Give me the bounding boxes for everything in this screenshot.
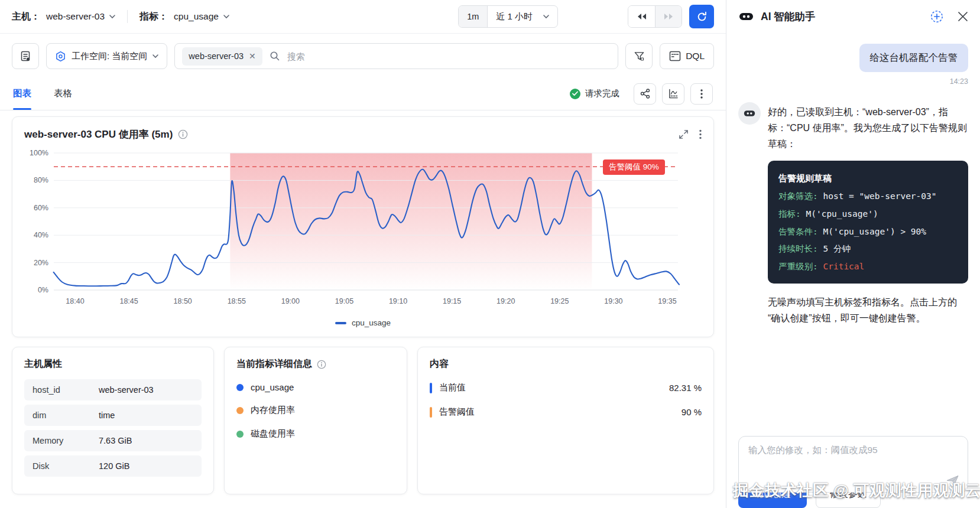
close-icon[interactable] <box>958 11 968 22</box>
funnel-icon <box>634 51 645 62</box>
host-attributes-rows: host_idweb-server-03dimtimeMemory7.63 Gi… <box>24 379 202 477</box>
backward-button[interactable] <box>628 6 655 27</box>
metric-item[interactable]: 内存使用率 <box>236 405 395 416</box>
metric-item[interactable]: cpu_usage <box>236 382 395 392</box>
new-chat-plus-icon[interactable] <box>930 10 943 23</box>
draft-value: M('cpu_usage') > 90% <box>823 227 926 236</box>
metric-details-card: 当前指标详细信息 cpu_usage内存使用率磁盘使用率 <box>224 347 407 494</box>
y-axis-label: 20% <box>34 259 48 267</box>
draft-value: host = "web-server-03" <box>823 191 936 201</box>
tab-chart[interactable]: 图表 <box>13 77 31 110</box>
content-rows: 当前值82.31 %告警阈值90 % <box>430 382 702 418</box>
content-label: 告警阈值 <box>439 406 475 418</box>
metric-select-value: cpu_usage <box>174 11 219 22</box>
refresh-button[interactable] <box>689 5 714 28</box>
interval-button[interactable]: 1m <box>459 6 488 27</box>
chart-header-icons <box>679 129 702 139</box>
expand-icon[interactable] <box>679 129 689 139</box>
attr-key: Memory <box>33 436 99 445</box>
host-attributes-title: 主机属性 <box>24 358 202 370</box>
metric-items: cpu_usage内存使用率磁盘使用率 <box>236 382 395 439</box>
dql-button[interactable]: DQL <box>660 43 714 69</box>
metric-select[interactable]: cpu_usage <box>174 11 229 22</box>
kebab-menu-icon <box>700 89 703 99</box>
workspace-select-value: 工作空间: 当前空间 <box>72 51 147 62</box>
info-icon[interactable] <box>178 129 188 139</box>
search-icon <box>270 51 280 61</box>
chevron-down-icon <box>152 54 158 58</box>
robot-icon <box>738 11 754 22</box>
assistant-header-icons <box>930 10 968 23</box>
host-select-value: web-server-03 <box>46 11 105 22</box>
main-content: web-server-03 CPU 使用率 (5m) 0%20%40%60%80… <box>0 110 726 508</box>
more-options-button[interactable] <box>690 83 713 105</box>
user-message-bubble: 给这台机器配个告警 <box>859 44 969 72</box>
divider <box>127 10 128 23</box>
draft-lines: 对象筛选: host = "web-server-03"指标: M('cpu_u… <box>778 188 958 276</box>
metric-dot-icon <box>236 384 244 391</box>
report-button[interactable] <box>12 43 39 69</box>
refresh-icon <box>696 11 708 22</box>
time-nav-buttons <box>628 5 682 28</box>
draft-key: 指标: <box>778 209 806 219</box>
x-axis-label: 19:20 <box>497 297 515 305</box>
draft-line: 告警条件: M('cpu_usage') > 90% <box>778 223 958 241</box>
host-select[interactable]: web-server-03 <box>46 11 115 22</box>
x-axis-label: 19:35 <box>658 297 676 305</box>
draft-key: 严重级别: <box>778 262 823 271</box>
alert-region <box>230 153 592 290</box>
chart-type-button[interactable] <box>662 83 684 105</box>
x-axis-label: 19:30 <box>604 297 622 305</box>
search-input[interactable] <box>287 51 611 61</box>
chart-header: web-server-03 CPU 使用率 (5m) <box>24 128 702 141</box>
document-icon <box>20 50 31 62</box>
host-attr-row: Memory7.63 GiB <box>24 430 202 451</box>
legend-label: cpu_usage <box>352 318 391 327</box>
time-range-select[interactable]: 近 1 小时 <box>488 6 557 27</box>
draft-value: M('cpu_usage') <box>806 209 878 219</box>
ai-assistant-panel: AI 智能助手 给这台机器配个告警 14:23 好的，已读取到主机：“web-s… <box>726 0 980 508</box>
assistant-message-row: 好的，已读取到主机：“web-server-03”，指标：“CPU 使用率”。我… <box>738 102 968 152</box>
x-axis-label: 18:55 <box>228 297 246 305</box>
metric-item[interactable]: 磁盘使用率 <box>236 428 395 439</box>
alert-rule-draft: 告警规则草稿 对象筛选: host = "web-server-03"指标: M… <box>768 161 968 284</box>
chat-input-box[interactable] <box>738 436 968 493</box>
chat-input[interactable] <box>748 444 958 473</box>
metric-label: 内存使用率 <box>251 405 295 416</box>
kebab-menu-icon[interactable] <box>699 129 702 139</box>
info-icon[interactable] <box>317 360 326 369</box>
main-area: 主机： web-server-03 指标： cpu_usage 1m 近 1 小… <box>0 0 726 508</box>
value-bar-icon <box>430 383 432 393</box>
x-axis-label: 18:50 <box>174 297 192 305</box>
metric-details-title: 当前指标详细信息 <box>236 358 395 370</box>
detail-cards-row: 主机属性 host_idweb-server-03dimtimeMemory7.… <box>12 347 714 494</box>
share-button[interactable] <box>634 83 656 105</box>
cpu-usage-chart[interactable]: 0%20%40%60%80%100%18:4018:4518:5018:5519… <box>24 145 702 315</box>
robot-icon <box>743 109 756 118</box>
attr-value: 7.63 GiB <box>99 436 132 445</box>
tab-table[interactable]: 表格 <box>54 77 72 110</box>
request-status: 请求完成 <box>570 88 619 99</box>
chart-axes-icon <box>668 89 679 99</box>
host-tag-chip[interactable]: web-server-03 ✕ <box>182 47 262 66</box>
y-axis-label: 40% <box>34 231 48 239</box>
metric-dot-icon <box>236 431 244 438</box>
chip-close-icon[interactable]: ✕ <box>249 51 256 61</box>
attr-key: host_id <box>33 385 99 395</box>
draft-value: Critical <box>823 262 864 271</box>
top-bar: 主机： web-server-03 指标： cpu_usage 1m 近 1 小… <box>0 0 726 34</box>
draft-key: 对象筛选: <box>778 191 823 201</box>
filter-funnel-button[interactable] <box>625 43 653 69</box>
draft-key: 持续时长: <box>778 244 823 253</box>
y-axis-label: 0% <box>38 286 48 294</box>
assistant-reply-text: 好的，已读取到主机：“web-server-03”，指标：“CPU 使用率”。我… <box>768 102 968 152</box>
filter-search-container[interactable]: web-server-03 ✕ <box>174 43 618 69</box>
metric-label: cpu_usage <box>251 382 294 392</box>
host-attributes-card: 主机属性 host_idweb-server-03dimtimeMemory7.… <box>12 347 214 494</box>
workspace-select[interactable]: 工作空间: 当前空间 <box>46 43 167 69</box>
draft-title: 告警规则草稿 <box>778 170 958 188</box>
filter-bar: 工作空间: 当前空间 web-server-03 ✕ DQL <box>0 34 726 77</box>
chart-legend[interactable]: cpu_usage <box>24 317 702 331</box>
forward-button[interactable] <box>655 6 682 27</box>
send-plane-icon[interactable] <box>946 474 960 487</box>
